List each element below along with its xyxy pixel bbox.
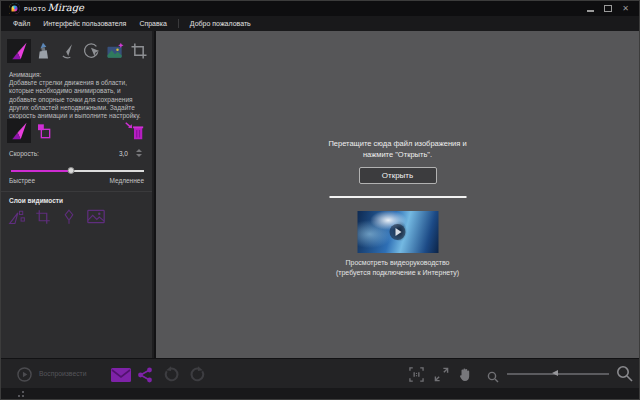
envelope-icon (111, 368, 131, 382)
drop-hint-line1: Перетащите сюда файл изображения и (156, 139, 639, 150)
menu-welcome[interactable]: Добро пожаловать (188, 19, 253, 28)
expand-arrows-icon (434, 367, 449, 382)
share-icon (137, 367, 153, 383)
erase-arrow-tool[interactable] (55, 39, 79, 63)
arrow-subtool-row (7, 119, 55, 143)
status-bar (1, 388, 639, 399)
anchors-visibility-toggle[interactable] (59, 207, 79, 227)
redo-icon (190, 366, 207, 383)
undo-button[interactable] (162, 366, 179, 387)
photo-enhance-tool[interactable] (103, 39, 127, 63)
share-button[interactable] (137, 367, 153, 387)
arrows-visibility-toggle[interactable] (7, 207, 27, 227)
menu-file[interactable]: Файл (11, 19, 32, 28)
animation-help-body: Добавьте стрелки движения в области, кот… (9, 79, 149, 120)
magenta-arrow-icon (9, 41, 29, 61)
spinner-down-icon[interactable] (136, 154, 142, 157)
menu-help[interactable]: Справка (137, 19, 168, 28)
spinner-up-icon[interactable] (136, 149, 142, 152)
zoom-out-button[interactable] (487, 369, 499, 387)
video-tutorial-thumbnail[interactable] (357, 211, 438, 253)
faster-label: Быстрее (9, 177, 35, 184)
drop-hint-line2: нажмите "Открыть". (156, 150, 639, 161)
slower-label: Медленнее (109, 177, 144, 184)
logo-swirl-icon (9, 3, 20, 14)
crop-icon (129, 41, 149, 61)
menu-ui[interactable]: Интерфейс пользователя (41, 19, 128, 28)
magenta-arrow-icon (9, 121, 29, 141)
erase-arrow-icon (57, 41, 77, 61)
crop-layer-icon (34, 208, 52, 226)
title-bar: PHOTO Mirage ✕ (1, 1, 639, 16)
sidebar-divider (1, 191, 152, 192)
minimize-button[interactable] (587, 10, 594, 12)
drop-hint: Перетащите сюда файл изображения и нажми… (156, 139, 639, 160)
animate-arrow-tool[interactable] (7, 39, 31, 63)
undo-icon (162, 366, 179, 383)
tools-sidebar: Анимация: Добавьте стрелки движения в об… (1, 31, 154, 358)
brand-mirage: Mirage (47, 2, 84, 13)
speed-slider-thumb[interactable] (67, 167, 74, 174)
select-area-tool[interactable] (79, 39, 103, 63)
resize-grip[interactable] (18, 391, 26, 397)
zoom-slider-thumb[interactable] (552, 370, 558, 376)
play-button[interactable] (17, 367, 32, 386)
lasso-select-icon (81, 41, 101, 61)
animation-help-title: Анимация: (9, 71, 41, 78)
video-caption: Просмотреть видеоруководство (требуется … (156, 258, 639, 278)
redo-button[interactable] (190, 366, 207, 387)
image-visibility-toggle[interactable] (85, 207, 107, 227)
image-layer-icon (86, 208, 106, 226)
speed-spinner[interactable] (136, 149, 142, 157)
bottom-toolbar: Воспроизвести (1, 358, 639, 388)
window-controls: ✕ (587, 4, 629, 13)
actual-size-button[interactable] (409, 367, 424, 386)
anchor-squares-icon (33, 121, 53, 141)
speed-value[interactable]: 3,0 (119, 150, 128, 157)
one-to-one-icon (409, 367, 424, 382)
app-window: PHOTO Mirage ✕ Файл Интерфейс пользовате… (0, 0, 640, 400)
anchor-pin-tool[interactable] (31, 39, 55, 63)
video-caption-line2: (требуется подключение к Интернету) (156, 268, 639, 278)
close-button[interactable]: ✕ (622, 4, 629, 13)
pushpin-icon (33, 41, 53, 61)
maximize-button[interactable] (604, 5, 612, 12)
layer-visibility-row (7, 207, 107, 227)
brand-photo: PHOTO (24, 6, 46, 12)
trash-icon (123, 120, 145, 142)
fit-to-screen-button[interactable] (434, 367, 449, 386)
image-drop-zone[interactable]: Перетащите сюда файл изображения и нажми… (156, 31, 639, 358)
anchor-points-subtool[interactable] (31, 119, 55, 143)
play-overlay-icon[interactable] (390, 224, 406, 240)
photo-sparkle-icon (105, 41, 125, 61)
speed-slider[interactable] (11, 167, 144, 174)
menu-bar: Файл Интерфейс пользователя Справка Добр… (1, 16, 639, 31)
layers-header: Слои видимости (9, 197, 63, 204)
zoom-in-button[interactable] (616, 365, 633, 386)
play-label: Воспроизвести (39, 370, 87, 377)
app-logo: PHOTO Mirage (9, 3, 84, 14)
zoom-slider-track[interactable] (507, 373, 609, 375)
open-button[interactable]: Открыть (359, 167, 437, 184)
canvas-divider (329, 196, 466, 198)
speed-slider-fill (11, 170, 71, 172)
arrows-layer-icon (7, 208, 27, 226)
crop-visibility-toggle[interactable] (33, 207, 53, 227)
speed-label: Скорость: (9, 150, 39, 157)
menu-divider (178, 19, 179, 28)
magnifier-small-icon (487, 371, 499, 383)
pin-layer-icon (60, 208, 78, 226)
motion-arrow-subtool[interactable] (7, 119, 31, 143)
pan-tool-button[interactable] (458, 366, 472, 386)
hand-icon (458, 366, 472, 382)
main-tool-row (7, 39, 151, 63)
crop-tool[interactable] (127, 39, 151, 63)
magnifier-large-icon (616, 365, 633, 382)
video-caption-line1: Просмотреть видеоруководство (156, 258, 639, 268)
play-circle-icon (17, 367, 32, 382)
delete-arrow-button[interactable] (122, 119, 146, 143)
email-share-button[interactable] (111, 368, 131, 386)
zoom-slider[interactable] (507, 369, 609, 379)
